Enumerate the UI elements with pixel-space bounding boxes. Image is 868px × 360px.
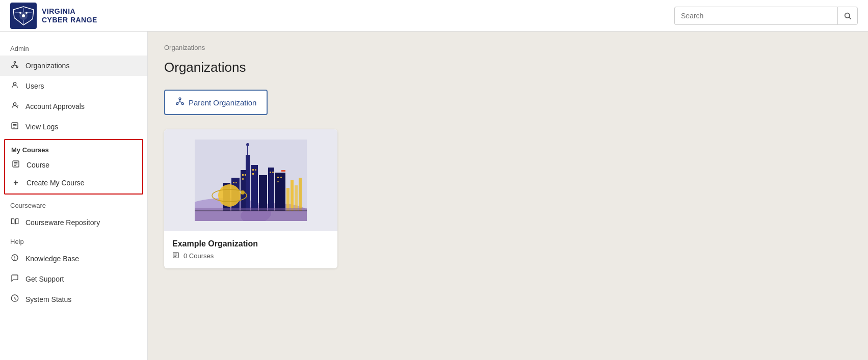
logo-text: VIRGINIA CYBER RANGE xyxy=(42,7,97,24)
search-icon xyxy=(844,12,852,20)
svg-point-31 xyxy=(179,98,181,100)
courseware-section-label: Courseware xyxy=(0,197,147,212)
system-status-icon xyxy=(10,294,19,304)
org-card-image xyxy=(164,129,337,231)
svg-line-36 xyxy=(180,102,182,103)
get-support-icon xyxy=(10,274,19,284)
sidebar-label-knowledge-base: Knowledge Base xyxy=(25,255,79,263)
svg-rect-53 xyxy=(252,169,254,171)
svg-point-7 xyxy=(19,12,21,14)
svg-rect-62 xyxy=(235,182,237,183)
svg-line-16 xyxy=(12,65,15,66)
help-section-label: Help xyxy=(0,233,147,248)
knowledge-base-icon xyxy=(10,254,19,264)
sidebar: Admin Organizations xyxy=(0,32,148,360)
search-button[interactable] xyxy=(837,7,858,25)
svg-rect-52 xyxy=(242,178,244,180)
create-course-icon: + xyxy=(11,178,20,187)
breadcrumb: Organizations xyxy=(164,44,852,51)
city-illustration xyxy=(195,140,307,221)
sidebar-label-users: Users xyxy=(25,82,44,90)
org-card[interactable]: Example Organization 0 Courses xyxy=(164,129,337,268)
parent-org-label: Parent Organization xyxy=(189,98,256,107)
sidebar-label-get-support: Get Support xyxy=(25,275,64,283)
svg-rect-42 xyxy=(259,175,267,211)
svg-rect-43 xyxy=(268,168,274,211)
sidebar-label-account-approvals: Account Approvals xyxy=(25,102,85,110)
search-area xyxy=(674,7,858,25)
svg-rect-68 xyxy=(291,180,294,211)
parent-organization-button[interactable]: Parent Organization xyxy=(164,90,268,115)
admin-section-label: Admin xyxy=(0,40,147,56)
svg-rect-60 xyxy=(277,181,279,182)
sidebar-item-account-approvals[interactable]: Account Approvals xyxy=(0,96,147,117)
sidebar-item-knowledge-base[interactable]: Knowledge Base xyxy=(0,248,147,269)
search-input[interactable] xyxy=(674,7,837,25)
sidebar-item-get-support[interactable]: Get Support xyxy=(0,269,147,289)
sidebar-item-course[interactable]: Course xyxy=(5,156,142,174)
my-courses-label: My Courses xyxy=(5,142,142,156)
logo-line2: CYBER RANGE xyxy=(42,16,97,24)
sidebar-item-view-logs[interactable]: View Logs xyxy=(0,117,147,137)
svg-rect-67 xyxy=(286,188,290,211)
svg-point-14 xyxy=(16,66,18,67)
svg-line-35 xyxy=(177,102,180,103)
main-layout: Admin Organizations xyxy=(0,32,868,360)
account-approvals-icon xyxy=(10,101,19,112)
page-title: Organizations xyxy=(164,60,852,75)
svg-rect-58 xyxy=(277,177,279,178)
sidebar-item-courseware-repository[interactable]: Courseware Repository xyxy=(0,212,147,233)
svg-rect-61 xyxy=(233,182,234,183)
organizations-icon xyxy=(10,61,19,71)
svg-point-19 xyxy=(13,103,16,105)
sidebar-label-course: Course xyxy=(27,161,49,169)
svg-rect-70 xyxy=(299,178,302,211)
svg-point-10 xyxy=(845,13,850,17)
sidebar-item-users[interactable]: Users xyxy=(0,76,147,96)
sidebar-label-system-status: System Status xyxy=(25,295,71,303)
svg-rect-55 xyxy=(252,173,254,175)
svg-point-33 xyxy=(181,103,183,105)
svg-point-49 xyxy=(246,143,249,146)
org-card-title: Example Organization xyxy=(172,239,329,248)
svg-rect-51 xyxy=(245,174,246,176)
sidebar-label-courseware-repository: Courseware Repository xyxy=(25,218,100,227)
svg-point-18 xyxy=(13,82,16,85)
sidebar-label-view-logs: View Logs xyxy=(25,123,58,131)
my-courses-section: My Courses Course + Create My Course xyxy=(4,139,143,195)
svg-point-30 xyxy=(15,259,15,259)
svg-line-11 xyxy=(849,17,851,19)
svg-rect-59 xyxy=(280,177,282,178)
sidebar-item-organizations[interactable]: Organizations xyxy=(0,56,147,76)
main-content: Organizations Organizations Parent Organ… xyxy=(148,32,868,360)
app-header: VIRGINIA CYBER RANGE xyxy=(0,0,868,32)
svg-rect-50 xyxy=(242,174,244,176)
svg-rect-63 xyxy=(281,170,285,172)
org-card-meta: 0 Courses xyxy=(172,252,329,260)
sidebar-label-organizations: Organizations xyxy=(25,62,69,70)
svg-rect-57 xyxy=(272,172,274,173)
view-logs-icon xyxy=(10,122,19,132)
svg-rect-69 xyxy=(295,185,298,211)
svg-point-13 xyxy=(12,66,13,67)
sidebar-item-system-status[interactable]: System Status xyxy=(0,289,147,310)
logo-line1: VIRGINIA xyxy=(42,7,97,16)
sidebar-item-create-my-course[interactable]: + Create My Course xyxy=(5,174,142,191)
logo: VIRGINIA CYBER RANGE xyxy=(10,3,97,29)
logo-icon xyxy=(10,3,37,29)
org-courses-count: 0 Courses xyxy=(183,252,214,260)
courses-icon xyxy=(172,252,179,260)
svg-point-9 xyxy=(22,14,25,17)
sidebar-label-create-my-course: Create My Course xyxy=(27,179,85,187)
svg-point-64 xyxy=(218,184,241,207)
parent-org-icon xyxy=(175,97,185,108)
org-card-body: Example Organization 0 Courses xyxy=(164,231,337,268)
svg-rect-41 xyxy=(251,165,258,211)
svg-rect-56 xyxy=(270,172,271,173)
course-icon xyxy=(11,160,20,170)
svg-rect-72 xyxy=(195,210,307,211)
svg-point-12 xyxy=(14,62,15,63)
svg-point-8 xyxy=(25,12,28,14)
svg-rect-44 xyxy=(275,173,285,211)
courseware-repository-icon xyxy=(10,217,19,228)
